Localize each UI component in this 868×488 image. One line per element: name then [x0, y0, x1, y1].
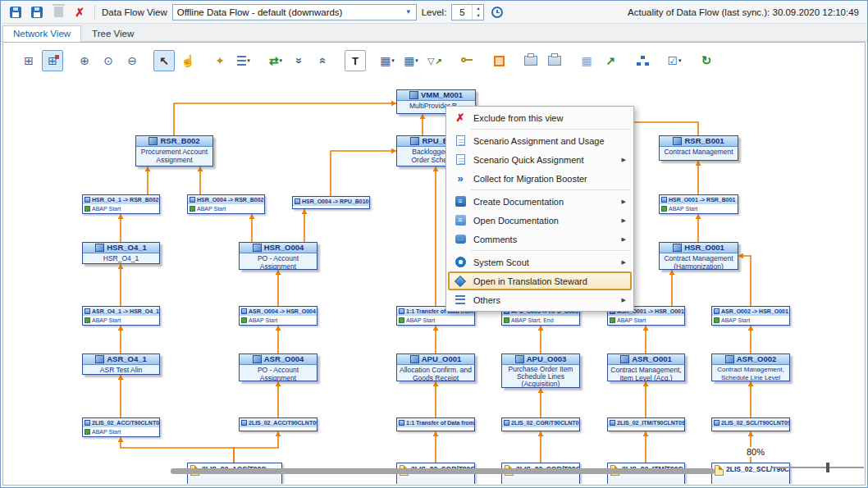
horizontal-scrollbar-thumb[interactable]	[171, 468, 715, 474]
levels-button[interactable]: ▾	[233, 50, 254, 71]
select-tool-button[interactable]: ↖	[153, 50, 175, 71]
transformation-node-t14[interactable]: 2LIS_02_CGR/T90CLNT090->...	[501, 417, 580, 431]
save-as-button[interactable]	[29, 4, 45, 21]
node-asr-o4-1[interactable]: ASR_O4_1 ASR Test Alin	[82, 353, 160, 375]
pan-tool-button[interactable]: ☝	[177, 50, 199, 71]
collapse-all-button[interactable]: »	[289, 50, 310, 71]
menu-item-collect-migration-booster[interactable]: » Collect for Migration Booster	[448, 169, 632, 188]
table-filter-icon: ▦	[404, 54, 414, 67]
node-rsr-b002[interactable]: RSR_B002 Procurement AccountAssignment	[135, 135, 213, 166]
spinner-arrows[interactable]: ▲ ▼	[472, 5, 483, 20]
save-button[interactable]	[7, 4, 24, 21]
infoprovider-icon	[409, 91, 418, 99]
text-tool-button[interactable]: T	[345, 50, 366, 71]
save-icon	[10, 7, 21, 18]
node-title: VMM_M001	[421, 90, 463, 100]
node-line: Item Level (Acq.)	[610, 374, 683, 381]
transformation-node-t5[interactable]: ASR_O4_1 -> HSR_O4_1 ABAP Start	[82, 306, 160, 326]
system-scout-icon	[453, 257, 468, 267]
node-asr-o001[interactable]: ASR_O001 Contract Management,Item Level …	[607, 353, 685, 381]
transformation-icon	[610, 420, 615, 426]
menu-item-system-scout[interactable]: System Scout ▶	[448, 253, 632, 271]
zoom-in-icon: ⊕	[80, 54, 89, 67]
node-asr-o004[interactable]: ASR_O004 PO - Account Assignment(Acquisi…	[239, 353, 318, 381]
transformation-node-t1[interactable]: HSR_O4_1 -> RSR_B002 ABAP Start	[82, 194, 160, 214]
data-flow-canvas[interactable]: VMM_M001 MultiProvider R... RSR_B002 Pro…	[4, 75, 864, 484]
transformation-icon	[714, 308, 720, 314]
grid-layout-button[interactable]: ⊞	[18, 50, 39, 71]
zoom-slider-handle[interactable]	[826, 463, 829, 472]
menu-item-comments[interactable]: … Comments ▶	[448, 230, 632, 249]
export-image-button[interactable]: ↗	[600, 50, 621, 71]
transformation-node-t10[interactable]: ASR_O002 -> HSR_O001 ABAP Start	[711, 306, 790, 326]
filter-up-button[interactable]: ▽↗	[424, 50, 445, 71]
print-button[interactable]	[520, 50, 541, 71]
node-hsr-o4-1[interactable]: HSR_O4_1 HSR_O4_1	[82, 242, 160, 264]
magic-wand-button[interactable]: ✦	[209, 50, 231, 71]
transformation-node-t13[interactable]: 1:1 Transfer of Data from 2LIS...	[396, 417, 475, 431]
authorization-button[interactable]	[456, 50, 477, 71]
refresh-button[interactable]: ↻	[696, 50, 717, 71]
delete-button[interactable]	[50, 4, 66, 21]
open-documentation-icon: ≡	[453, 215, 468, 226]
spinner-down-icon[interactable]: ▼	[473, 12, 483, 20]
abap-icon	[190, 206, 195, 212]
report-icon: ☑	[667, 54, 678, 67]
table-filter-button[interactable]: ▦▾	[400, 50, 422, 71]
tnode-line: ABAP Start	[92, 429, 121, 435]
transformation-node-t2[interactable]: HSR_O004 -> RSR_B002 ABAP Start	[187, 194, 265, 214]
small-grid-icon: ▦	[581, 54, 592, 67]
transformation-node-t11[interactable]: 2LIS_02_ACC/T90CLNT090 ->.. ABAP Start	[82, 417, 160, 437]
tab-network-view[interactable]: Network View	[2, 25, 81, 42]
abap-icon	[661, 206, 667, 212]
node-title: HSR_O001	[684, 243, 724, 253]
node-apu-o003[interactable]: APU_O003 Purchase Order ItemSchedule Lin…	[501, 353, 580, 388]
menu-item-create-documentation[interactable]: ≡ Create Documentation ▶	[448, 192, 632, 211]
node-apu-o001[interactable]: APU_O001 Allocation Confirm. andGoods Re…	[396, 353, 475, 381]
swap-direction-button[interactable]: ⇄▾	[265, 50, 286, 71]
menu-item-open-in-translation-steward[interactable]: Open in Translation Steward	[448, 271, 632, 290]
submenu-arrow-icon: ▶	[622, 236, 626, 243]
org-chart-button[interactable]	[632, 50, 653, 71]
tnode-title: HSR_O4_1 -> RSR_B002	[92, 197, 159, 203]
level-spinner[interactable]: 5 ▲ ▼	[451, 4, 484, 21]
menu-item-scenario-quick-assignment[interactable]: Scenario Quick Assignment ▶	[448, 150, 632, 169]
transformation-node-t16[interactable]: 2LIS_02_SCL/T90CLNT090->...	[711, 417, 790, 431]
transformation-node-t6[interactable]: ASR_O004 -> HSR_O004 ABAP Start	[239, 306, 318, 326]
zoom-100-button[interactable]: ⊙	[98, 50, 119, 71]
transformation-node-t15[interactable]: 2LIS_02_ITM/T90CLNT090->...	[607, 417, 685, 431]
spinner-up-icon[interactable]: ▲	[473, 5, 483, 12]
transformation-node-t4[interactable]: HSR_O001 -> RSR_B001 ABAP Start	[659, 194, 738, 214]
print-preview-button[interactable]	[544, 50, 565, 71]
menu-item-open-documentation[interactable]: ≡ Open Documentation ▶	[448, 211, 632, 230]
expand-all-button[interactable]: «	[313, 50, 334, 71]
transformation-node-t12[interactable]: 2LIS_02_ACC/T90CLNT090 ->...	[239, 417, 318, 431]
actuality-check-button[interactable]	[489, 4, 505, 21]
node-asr-o002[interactable]: ASR_O002 Contract Management,Schedule Li…	[711, 353, 790, 381]
menu-item-scenario-assignment[interactable]: Scenario Assignment and Usage	[448, 131, 632, 150]
view-tabs: Network View Tree View	[1, 24, 867, 42]
menu-item-exclude-from-view[interactable]: ✗ Exclude from this view	[448, 108, 632, 127]
zoom-in-button[interactable]: ⊕	[74, 50, 95, 71]
zoom-slider[interactable]	[772, 467, 864, 468]
menu-item-others[interactable]: Others ▶	[448, 290, 632, 309]
infoprovider-icon	[95, 244, 104, 252]
data-flow-select[interactable]: Offline Data Flow - default (downwards) …	[172, 4, 417, 21]
node-hsr-o004[interactable]: HSR_O004 PO - Account Assignment(Harmoni…	[239, 242, 318, 270]
datasource-2lis-02-scl[interactable]: 2LIS_02_SCL/T90CL...	[711, 463, 790, 484]
table-view-button[interactable]: ▦▾	[377, 50, 398, 71]
grid-small-button[interactable]: ▦	[576, 50, 597, 71]
node-rsr-b001[interactable]: RSR_B001 Contract Management	[659, 135, 738, 161]
highlight-button[interactable]	[488, 50, 509, 71]
discard-button[interactable]: ✗	[71, 4, 88, 21]
tab-tree-view[interactable]: Tree View	[81, 25, 144, 41]
report-button[interactable]: ☑▾	[664, 50, 685, 71]
level-label: Level:	[422, 7, 447, 17]
menu-separator	[471, 129, 630, 130]
network-layout-button[interactable]: ⊞	[42, 50, 63, 71]
tnode-title: 2LIS_02_ACC/T90CLNT090 ->...	[249, 420, 317, 426]
node-hsr-o001[interactable]: HSR_O001 Contract Management(Harmonizati…	[659, 242, 738, 270]
transformation-node-t3[interactable]: HSR_O004 -> RPU_B010	[292, 196, 370, 209]
transformation-icon	[295, 198, 300, 204]
zoom-out-button[interactable]: ⊖	[121, 50, 143, 71]
